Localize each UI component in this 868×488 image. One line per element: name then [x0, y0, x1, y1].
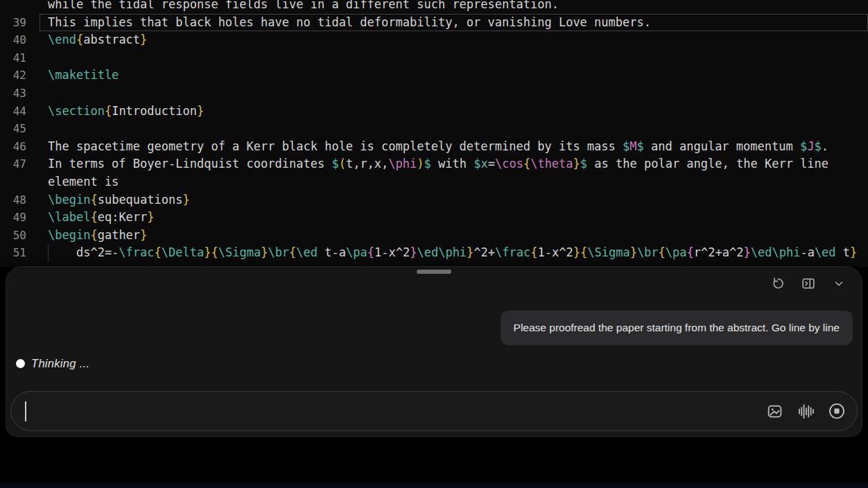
- code-line[interactable]: 49\label{eq:Kerr}: [0, 209, 868, 227]
- line-number: 49: [0, 209, 26, 227]
- code-line[interactable]: 44\section{Introduction}: [0, 103, 868, 121]
- panel-header-icons: [770, 276, 847, 291]
- code-text: \section{Introduction}: [26, 103, 868, 121]
- line-number: 50: [0, 227, 26, 245]
- code-line[interactable]: while the tidal response fields live in …: [0, 0, 868, 14]
- line-number: [0, 0, 26, 14]
- input-icons: [765, 402, 846, 420]
- code-text: The spacetime geometry of a Kerr black h…: [26, 138, 868, 156]
- code-text: This implies that black holes have no ti…: [26, 14, 868, 32]
- code-line[interactable]: 50\begin{gather}: [0, 227, 868, 245]
- code-text: ds^2=-\frac{\Delta}{\Sigma}\br{\ed t-a\p…: [26, 244, 868, 262]
- code-line[interactable]: 41: [0, 49, 868, 67]
- code-line[interactable]: 47In terms of Boyer-Lindquist coordinate…: [0, 155, 868, 173]
- code-text: [26, 120, 868, 138]
- line-number: 48: [0, 191, 26, 209]
- line-number: 46: [0, 138, 26, 156]
- code-text: [26, 85, 868, 103]
- status-dot-icon: [16, 359, 25, 368]
- code-line[interactable]: 42\maketitle: [0, 67, 868, 85]
- code-line[interactable]: 46The spacetime geometry of a Kerr black…: [0, 138, 868, 156]
- chat-input[interactable]: [10, 391, 858, 431]
- line-number: [0, 173, 26, 191]
- code-line[interactable]: 48\begin{subequations}: [0, 191, 868, 209]
- code-line[interactable]: 45: [0, 120, 868, 138]
- panel-drag-handle[interactable]: [417, 270, 451, 274]
- code-text: while the tidal response fields live in …: [26, 0, 868, 14]
- line-number: 51: [0, 244, 26, 262]
- status-row: Thinking ...: [16, 357, 89, 370]
- voice-waveform-icon[interactable]: [797, 402, 815, 420]
- line-number: 47: [0, 155, 26, 173]
- code-line[interactable]: 43: [0, 85, 868, 103]
- code-line[interactable]: 39This implies that black holes have no …: [0, 14, 868, 32]
- code-text: In terms of Boyer-Lindquist coordinates …: [26, 155, 868, 173]
- code-text: \begin{subequations}: [26, 191, 868, 209]
- code-text: [26, 49, 868, 67]
- line-number: 41: [0, 49, 26, 67]
- line-number: 40: [0, 31, 26, 49]
- line-number: 45: [0, 120, 26, 138]
- editor-rows: while the tidal response fields live in …: [0, 0, 868, 262]
- code-text: element is: [26, 173, 868, 191]
- status-label: Thinking ...: [31, 357, 89, 370]
- open-side-panel-icon[interactable]: [801, 276, 816, 291]
- code-text: \begin{gather}: [26, 227, 868, 245]
- bottom-edge-strip: [0, 482, 868, 488]
- line-number: 39: [0, 14, 26, 32]
- stop-icon[interactable]: [828, 402, 846, 420]
- code-line[interactable]: 40\end{abstract}: [0, 31, 868, 49]
- code-line[interactable]: 51 ds^2=-\frac{\Delta}{\Sigma}\br{\ed t-…: [0, 244, 868, 262]
- text-cursor: [25, 401, 26, 421]
- line-number: 44: [0, 103, 26, 121]
- indent-guide: [48, 245, 49, 262]
- code-text: \end{abstract}: [26, 31, 868, 49]
- chevron-down-icon[interactable]: [831, 276, 847, 291]
- assistant-panel: Please proofread the paper starting from…: [6, 266, 862, 437]
- line-number: 42: [0, 67, 26, 85]
- code-text: \maketitle: [26, 67, 868, 85]
- code-line[interactable]: element is: [0, 173, 868, 191]
- code-text: \label{eq:Kerr}: [26, 209, 868, 227]
- code-editor[interactable]: while the tidal response fields live in …: [0, 0, 868, 267]
- user-message-bubble: Please proofread the paper starting from…: [501, 311, 853, 345]
- line-number: 43: [0, 85, 26, 103]
- refresh-icon[interactable]: [770, 276, 785, 291]
- image-icon[interactable]: [765, 402, 783, 420]
